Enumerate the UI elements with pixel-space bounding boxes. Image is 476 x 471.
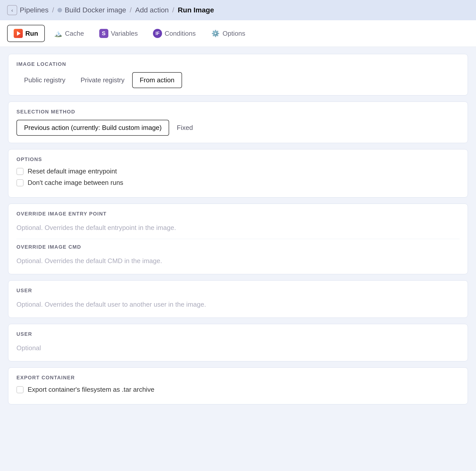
sel-tab-previous[interactable]: Previous action (currently: Build custom…: [16, 120, 169, 136]
user-override-label: USER: [16, 288, 460, 293]
options-card: OPTIONS Reset default image entrypoint D…: [8, 149, 468, 198]
back-button[interactable]: ‹: [7, 5, 17, 15]
image-location-card: IMAGE LOCATION Public registry Private r…: [8, 54, 468, 95]
loc-tab-public[interactable]: Public registry: [16, 72, 73, 88]
checkbox-no-cache[interactable]: [16, 179, 24, 186]
breadcrumb-pipelines[interactable]: Pipelines: [20, 6, 49, 14]
loc-tab-private[interactable]: Private registry: [73, 72, 132, 88]
override-entry-input[interactable]: [16, 222, 460, 234]
tab-conditions-label: Conditions: [165, 30, 196, 37]
image-location-label: IMAGE LOCATION: [16, 61, 460, 67]
user-label: USER: [16, 331, 460, 337]
tab-variables-label: Variables: [111, 30, 138, 37]
checkbox-export[interactable]: [16, 386, 24, 393]
tab-conditions[interactable]: IF Conditions: [146, 25, 202, 42]
override-entry-label: OVERRIDE IMAGE ENTRY POINT: [16, 211, 460, 217]
breadcrumb-add-action[interactable]: Add action: [135, 6, 169, 14]
loc-tab-from-action[interactable]: From action: [132, 72, 182, 88]
breadcrumb-sep-1: /: [52, 6, 54, 14]
breadcrumb-sep-2: /: [130, 6, 132, 14]
checkbox-row-nocache: Don't cache image between runs: [16, 179, 460, 187]
tab-options[interactable]: ⚙️ Options: [204, 25, 252, 42]
breadcrumb-run-image: Run Image: [178, 6, 214, 14]
selection-method-card: SELECTION METHOD Previous action (curren…: [8, 102, 468, 143]
opts-icon: ⚙️: [211, 29, 220, 38]
tab-cache-label: Cache: [65, 30, 84, 37]
cond-icon: IF: [153, 29, 162, 38]
export-container-card: EXPORT CONTAINER Export container's file…: [8, 367, 468, 404]
export-container-label: EXPORT CONTAINER: [16, 375, 460, 381]
cache-icon: 🏔️: [53, 29, 63, 38]
checkbox-export-label: Export container's filesystem as .tar ar…: [28, 386, 154, 394]
tab-cache[interactable]: 🏔️ Cache: [47, 25, 91, 42]
run-icon: [14, 29, 23, 38]
override-entry-card: OVERRIDE IMAGE ENTRY POINT OVERRIDE IMAG…: [8, 204, 468, 274]
tab-run-label: Run: [25, 30, 38, 37]
breadcrumb-dot: [57, 8, 62, 12]
main-content: IMAGE LOCATION Public registry Private r…: [0, 47, 476, 411]
checkbox-row-reset: Reset default image entrypoint: [16, 167, 460, 175]
override-cmd-label: OVERRIDE IMAGE CMD: [16, 244, 460, 250]
tab-options-label: Options: [223, 30, 245, 37]
breadcrumb-build-docker[interactable]: Build Docker image: [65, 6, 126, 14]
user-override-input[interactable]: [16, 299, 460, 310]
selection-tabs: Previous action (currently: Build custom…: [16, 120, 460, 136]
checkbox-reset-label: Reset default image entrypoint: [28, 167, 117, 175]
checkbox-row-export: Export container's filesystem as .tar ar…: [16, 386, 460, 394]
checkbox-reset-entrypoint[interactable]: [16, 168, 24, 175]
user-input[interactable]: [16, 342, 460, 354]
options-label: OPTIONS: [16, 156, 460, 162]
tab-bar: Run 🏔️ Cache S Variables IF Conditions ⚙…: [0, 20, 476, 47]
location-tabs: Public registry Private registry From ac…: [16, 72, 460, 88]
header: ‹ Pipelines / Build Docker image / Add a…: [0, 0, 476, 20]
selection-method-label: SELECTION METHOD: [16, 109, 460, 115]
vars-icon: S: [99, 29, 108, 38]
user-card: USER: [8, 324, 468, 361]
override-cmd-input[interactable]: [16, 255, 460, 267]
tab-variables[interactable]: S Variables: [93, 25, 144, 42]
checkbox-nocache-label: Don't cache image between runs: [28, 179, 123, 187]
breadcrumb-sep-3: /: [172, 6, 174, 14]
card-divider: [16, 239, 460, 239]
user-override-card: USER: [8, 280, 468, 318]
tab-run[interactable]: Run: [7, 25, 45, 42]
sel-tab-fixed[interactable]: Fixed: [169, 120, 201, 136]
